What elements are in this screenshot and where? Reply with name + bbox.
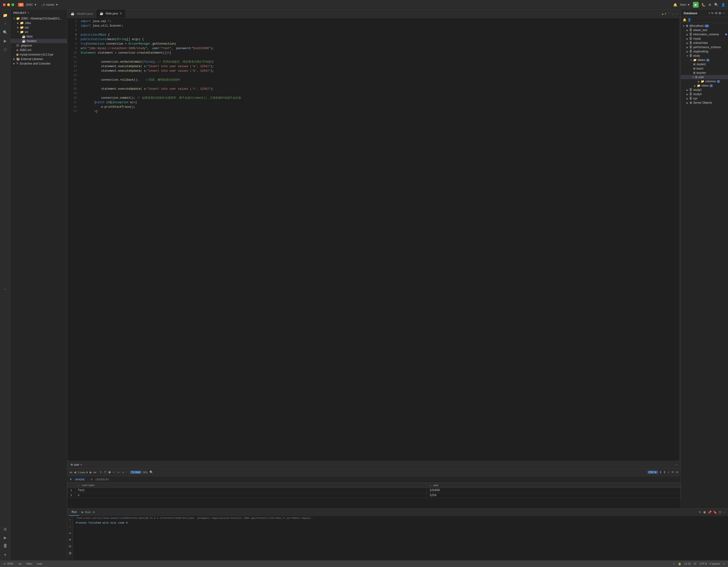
scroll-down-icon[interactable]: ↓ bbox=[67, 524, 73, 529]
minimize-button[interactable] bbox=[7, 3, 10, 6]
project-selector[interactable]: JDBC ▼ bbox=[26, 3, 37, 6]
tree-item-jdbc-iml[interactable]: ◈ JDBC.iml bbox=[10, 48, 67, 52]
tree-item-scratches[interactable]: ▶ ✎ Scratches and Consoles bbox=[10, 61, 67, 66]
csv-badge[interactable]: CSV ▼ bbox=[648, 471, 658, 474]
cell-username[interactable]: c bbox=[75, 493, 427, 498]
db-item-user-table[interactable]: ▼ ⊞ user bbox=[681, 75, 728, 79]
tab-run[interactable]: Run bbox=[69, 508, 79, 516]
run-panel-icon[interactable]: ▶ bbox=[1, 534, 9, 541]
more-icon[interactable]: ··· bbox=[1, 286, 9, 293]
tab-main[interactable]: ☕ Main.java ✕ bbox=[96, 9, 126, 18]
status-encoding[interactable]: UTF-8 bbox=[700, 562, 707, 565]
notification-icon[interactable]: 🔔 bbox=[673, 3, 677, 7]
branch-selector[interactable]: ⎇ master ▼ bbox=[41, 3, 58, 6]
db-item-study4[interactable]: ▶ 🗄 study4 bbox=[681, 92, 728, 96]
tree-item-gitignore[interactable]: ⦿ .gitignore bbox=[10, 43, 67, 48]
db-item-information-schema[interactable]: ▶ 🗄 information_schema bbox=[681, 32, 728, 37]
more-options-icon[interactable]: ⋯ bbox=[675, 463, 678, 466]
run-config-selector[interactable]: Main ▼ bbox=[680, 3, 690, 6]
status-indent[interactable]: 4 spaces bbox=[710, 562, 720, 565]
bookmark-icon[interactable]: 🔖 bbox=[713, 510, 717, 514]
ai-icon[interactable]: ✦ bbox=[1, 551, 9, 558]
filter-run-icon[interactable]: ▼ bbox=[67, 537, 73, 543]
db-item-study2[interactable]: ▶ 🗄 study2 bbox=[681, 88, 728, 92]
db-item-views[interactable]: ▶ 📁 views 2 bbox=[681, 83, 728, 88]
tree-item-mysql-connector[interactable]: ◼ mysql-connector-j-8.2.0.jar bbox=[10, 52, 67, 57]
run-button[interactable]: ▶ bbox=[693, 2, 699, 8]
terminal-icon[interactable]: ⊞ bbox=[1, 525, 9, 533]
wrap-icon[interactable]: ⇌ bbox=[67, 530, 73, 536]
tab-main-run[interactable]: ▶ Main ✕ bbox=[79, 508, 98, 516]
expand-icon[interactable]: ⤢ bbox=[667, 471, 670, 474]
settings-icon[interactable]: ⚙ bbox=[676, 471, 679, 474]
settings-run-icon[interactable]: ⚙ bbox=[67, 544, 73, 549]
more-db-icon[interactable]: ⋯ bbox=[722, 11, 725, 15]
tree-item-out[interactable]: ▶ 📁 out bbox=[10, 25, 67, 30]
refresh-db-icon[interactable]: ↻ bbox=[711, 11, 714, 15]
search-activity-icon[interactable]: 🔍 bbox=[1, 28, 9, 36]
next-row-icon[interactable]: ▶ bbox=[90, 471, 92, 474]
table-row[interactable]: 2 c 1234 bbox=[68, 493, 681, 498]
more-options-icon[interactable]: ⋯ bbox=[676, 12, 679, 15]
plugins-icon[interactable]: ⬡ bbox=[1, 46, 9, 53]
status-line-sep[interactable]: LF bbox=[694, 562, 697, 565]
stop-run-icon[interactable]: ⏹ bbox=[703, 510, 706, 514]
db-item-teach-table[interactable]: ⊞ teach bbox=[681, 66, 728, 71]
pin-icon[interactable]: 📌 bbox=[708, 510, 712, 514]
status-branch[interactable]: ⎇ JDBC bbox=[3, 562, 14, 565]
vcs-icon[interactable]: ⑃ bbox=[1, 20, 9, 28]
clear-icon[interactable]: 🗑 bbox=[67, 550, 73, 556]
db-tool-icon[interactable]: 👤 bbox=[687, 18, 691, 22]
table-view-icon[interactable]: ⊞ bbox=[719, 11, 721, 15]
tree-item-external-libraries[interactable]: ▶ 📚 External Libraries bbox=[10, 57, 67, 61]
undo-icon[interactable]: ↩ bbox=[118, 471, 120, 474]
redo-icon[interactable]: ↪ bbox=[122, 471, 124, 474]
status-line-col[interactable]: 21:33 bbox=[684, 562, 691, 565]
search-icon[interactable]: 🔍 bbox=[714, 3, 718, 7]
add-db-icon[interactable]: + bbox=[708, 11, 710, 15]
more-run-icon[interactable]: ⋯ bbox=[723, 510, 726, 514]
editor-scrollbar[interactable] bbox=[679, 18, 681, 461]
db-item-mysql[interactable]: ▶ 🗄 mysql bbox=[681, 37, 728, 41]
export-icon[interactable]: ⬇ bbox=[659, 471, 662, 474]
db-item-performance-schema[interactable]: ▶ 🗄 performance_schema bbox=[681, 45, 728, 49]
db-item-tables[interactable]: ▼ 📁 tables 4 bbox=[681, 58, 728, 62]
tree-item-main[interactable]: ☕ Main bbox=[10, 34, 67, 39]
clock-icon[interactable]: ⏱ bbox=[104, 471, 107, 474]
db-item-sys[interactable]: ▶ 🗄 sys bbox=[681, 96, 728, 101]
refresh-run-icon[interactable]: ↻ bbox=[699, 510, 701, 514]
close-icon[interactable]: ✕ bbox=[119, 12, 122, 15]
db-item-onlineorder[interactable]: ▶ 🗄 onlineOrder bbox=[681, 41, 728, 45]
database-icon[interactable]: 🗄 bbox=[1, 542, 9, 550]
search-query-icon[interactable]: 🔍 bbox=[149, 471, 153, 474]
last-row-icon[interactable]: ⏭ bbox=[93, 471, 97, 474]
tree-item-idea[interactable]: ▶ 📁 .idea bbox=[10, 21, 67, 25]
view-icon[interactable]: 👁 bbox=[671, 471, 674, 474]
project-header[interactable]: Project ▼ bbox=[10, 9, 67, 16]
db-tool-icon[interactable]: 🔔 bbox=[683, 18, 687, 22]
cell-pwd[interactable]: 1234 bbox=[427, 493, 681, 498]
table-row[interactable]: 1 Test 123456 bbox=[68, 488, 681, 493]
close-icon[interactable]: ✕ bbox=[92, 510, 95, 514]
folder-icon[interactable]: 📁 bbox=[1, 11, 9, 19]
account-icon[interactable]: 👤 bbox=[721, 3, 725, 7]
db-item-columns[interactable]: ▶ 📁 columns 2 bbox=[681, 79, 728, 83]
import-icon[interactable]: ⬆ bbox=[663, 471, 666, 474]
db-item-student-table[interactable]: ⊞ student bbox=[681, 62, 728, 66]
tree-item-student[interactable]: ☕ Student bbox=[10, 39, 67, 43]
db-item-ebean-test[interactable]: ▶ 🗄 ebean_test bbox=[681, 28, 728, 32]
submit-icon[interactable]: ↑ bbox=[126, 471, 127, 474]
prev-row-icon[interactable]: ◀ bbox=[74, 471, 76, 474]
tree-item-jdbc-root[interactable]: ▼ 📁 JDBC ~/Desktop/CS/JavaEE/1... bbox=[10, 16, 67, 21]
cell-pwd[interactable]: 123456 bbox=[427, 488, 681, 493]
ddl-label[interactable]: DDL bbox=[143, 471, 148, 474]
first-row-icon[interactable]: ⏮ bbox=[69, 471, 72, 474]
tab-student[interactable]: ☕ Student.java bbox=[67, 9, 96, 18]
close-icon[interactable]: ✕ bbox=[80, 463, 83, 466]
col-header-pwd[interactable]: ▭ pwd bbox=[427, 483, 681, 488]
db-item-teacher-table[interactable]: ⊞ teacher bbox=[681, 71, 728, 75]
query-tab-user[interactable]: ⊞ user ✕ bbox=[68, 461, 85, 468]
run-activity-icon[interactable]: ▶ bbox=[1, 37, 9, 45]
stop-icon[interactable]: ⏹ bbox=[108, 471, 111, 474]
scroll-up-icon[interactable]: ↑ bbox=[67, 517, 73, 523]
